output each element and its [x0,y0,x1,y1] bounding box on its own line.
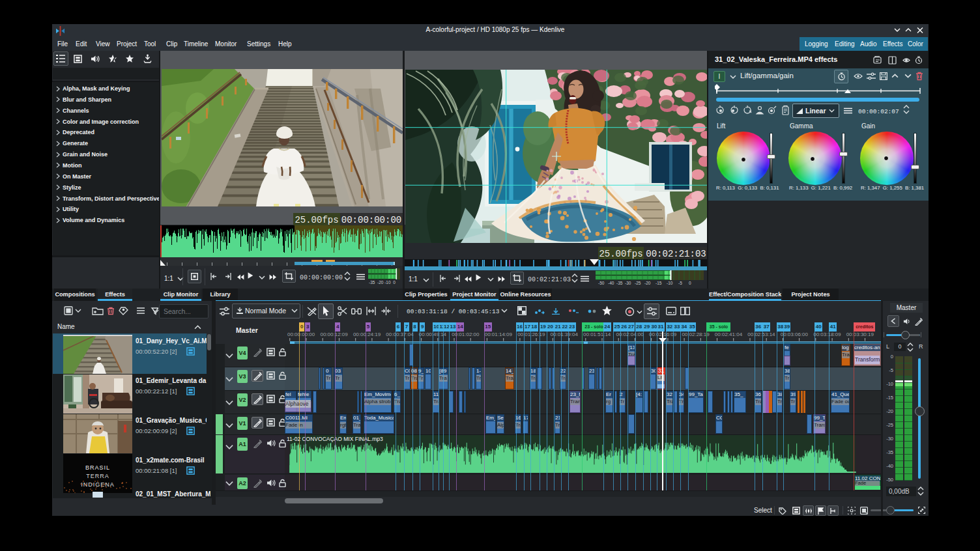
svg-text:TERRA: TERRA [86,473,109,479]
svg-text:BRASIL: BRASIL [85,464,110,471]
svg-text:INDIGENA: INDIGENA [81,481,115,488]
